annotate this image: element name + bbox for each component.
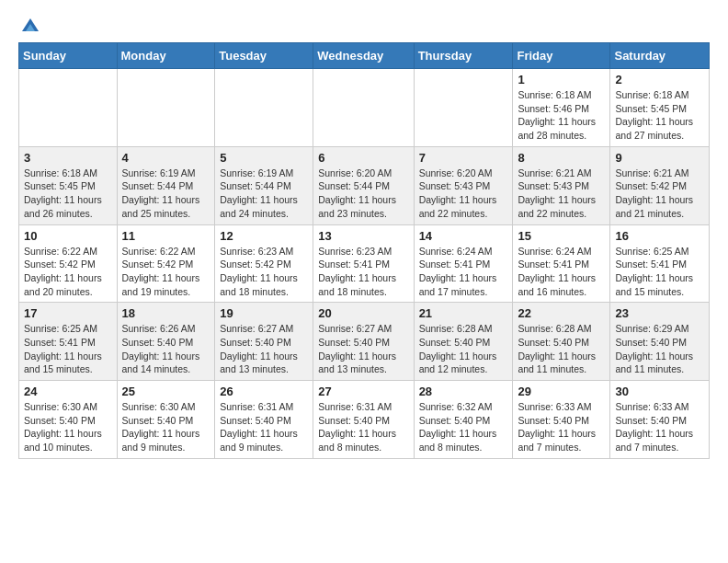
calendar-header-row: SundayMondayTuesdayWednesdayThursdayFrid… — [19, 43, 710, 69]
day-number: 25 — [122, 385, 210, 398]
day-number: 3 — [24, 151, 112, 165]
day-number: 22 — [518, 306, 605, 320]
day-info: Sunrise: 6:28 AMSunset: 5:40 PMDaylight:… — [518, 323, 596, 374]
calendar: SundayMondayTuesdayWednesdayThursdayFrid… — [18, 42, 710, 459]
day-number: 20 — [318, 306, 408, 320]
day-info: Sunrise: 6:28 AMSunset: 5:40 PMDaylight:… — [419, 323, 497, 374]
day-info: Sunrise: 6:21 AMSunset: 5:42 PMDaylight:… — [615, 167, 693, 219]
calendar-cell: 30Sunrise: 6:33 AMSunset: 5:40 PMDayligh… — [610, 381, 710, 459]
calendar-header-saturday: Saturday — [610, 43, 710, 69]
day-number: 19 — [220, 306, 308, 320]
day-number: 6 — [318, 151, 408, 165]
calendar-week-row: 1Sunrise: 6:18 AMSunset: 5:46 PMDaylight… — [19, 69, 710, 147]
day-info: Sunrise: 6:30 AMSunset: 5:40 PMDaylight:… — [24, 401, 102, 453]
calendar-header-sunday: Sunday — [19, 43, 118, 69]
calendar-cell: 13Sunrise: 6:23 AMSunset: 5:41 PMDayligh… — [313, 224, 414, 303]
day-number: 4 — [122, 151, 210, 165]
calendar-cell: 19Sunrise: 6:27 AMSunset: 5:40 PMDayligh… — [215, 303, 313, 381]
day-info: Sunrise: 6:32 AMSunset: 5:40 PMDaylight:… — [419, 401, 497, 453]
calendar-cell: 15Sunrise: 6:24 AMSunset: 5:41 PMDayligh… — [513, 224, 610, 303]
calendar-cell: 12Sunrise: 6:23 AMSunset: 5:42 PMDayligh… — [215, 224, 313, 303]
day-info: Sunrise: 6:25 AMSunset: 5:41 PMDaylight:… — [24, 323, 102, 374]
day-number: 27 — [318, 385, 408, 398]
day-number: 26 — [220, 385, 308, 398]
day-info: Sunrise: 6:21 AMSunset: 5:43 PMDaylight:… — [518, 167, 596, 219]
calendar-cell: 22Sunrise: 6:28 AMSunset: 5:40 PMDayligh… — [513, 303, 610, 381]
calendar-cell: 1Sunrise: 6:18 AMSunset: 5:46 PMDaylight… — [513, 69, 610, 147]
calendar-cell: 11Sunrise: 6:22 AMSunset: 5:42 PMDayligh… — [117, 224, 215, 303]
day-number: 29 — [518, 385, 605, 398]
day-number: 24 — [24, 385, 112, 398]
calendar-week-row: 3Sunrise: 6:18 AMSunset: 5:45 PMDaylight… — [19, 146, 710, 224]
calendar-cell — [19, 69, 118, 147]
calendar-header-tuesday: Tuesday — [215, 43, 313, 69]
calendar-cell: 9Sunrise: 6:21 AMSunset: 5:42 PMDaylight… — [610, 146, 710, 224]
day-info: Sunrise: 6:22 AMSunset: 5:42 PMDaylight:… — [24, 246, 102, 297]
logo — [18, 15, 40, 35]
day-number: 13 — [318, 229, 408, 243]
calendar-cell: 23Sunrise: 6:29 AMSunset: 5:40 PMDayligh… — [610, 303, 710, 381]
day-info: Sunrise: 6:24 AMSunset: 5:41 PMDaylight:… — [419, 246, 497, 297]
calendar-cell: 10Sunrise: 6:22 AMSunset: 5:42 PMDayligh… — [19, 224, 118, 303]
day-number: 23 — [615, 306, 704, 320]
day-number: 9 — [615, 151, 704, 165]
day-info: Sunrise: 6:27 AMSunset: 5:40 PMDaylight:… — [220, 323, 298, 374]
day-info: Sunrise: 6:18 AMSunset: 5:46 PMDaylight:… — [518, 89, 596, 141]
calendar-cell: 7Sunrise: 6:20 AMSunset: 5:43 PMDaylight… — [414, 146, 513, 224]
day-info: Sunrise: 6:33 AMSunset: 5:40 PMDaylight:… — [518, 401, 596, 453]
calendar-header-wednesday: Wednesday — [313, 43, 414, 69]
calendar-cell: 24Sunrise: 6:30 AMSunset: 5:40 PMDayligh… — [19, 381, 118, 459]
calendar-cell: 20Sunrise: 6:27 AMSunset: 5:40 PMDayligh… — [313, 303, 414, 381]
day-number: 28 — [419, 385, 508, 398]
day-info: Sunrise: 6:18 AMSunset: 5:45 PMDaylight:… — [24, 167, 102, 219]
day-info: Sunrise: 6:19 AMSunset: 5:44 PMDaylight:… — [220, 167, 298, 219]
calendar-cell — [414, 69, 513, 147]
calendar-week-row: 17Sunrise: 6:25 AMSunset: 5:41 PMDayligh… — [19, 303, 710, 381]
day-info: Sunrise: 6:24 AMSunset: 5:41 PMDaylight:… — [518, 246, 596, 297]
calendar-cell: 21Sunrise: 6:28 AMSunset: 5:40 PMDayligh… — [414, 303, 513, 381]
day-number: 15 — [518, 229, 605, 243]
calendar-cell: 6Sunrise: 6:20 AMSunset: 5:44 PMDaylight… — [313, 146, 414, 224]
day-number: 18 — [122, 306, 210, 320]
day-number: 10 — [24, 229, 112, 243]
day-info: Sunrise: 6:18 AMSunset: 5:45 PMDaylight:… — [615, 89, 693, 141]
calendar-cell: 2Sunrise: 6:18 AMSunset: 5:45 PMDaylight… — [610, 69, 710, 147]
day-info: Sunrise: 6:20 AMSunset: 5:44 PMDaylight:… — [318, 167, 396, 219]
calendar-header-monday: Monday — [117, 43, 215, 69]
logo-area — [18, 15, 40, 35]
day-info: Sunrise: 6:23 AMSunset: 5:41 PMDaylight:… — [318, 246, 396, 297]
calendar-cell: 18Sunrise: 6:26 AMSunset: 5:40 PMDayligh… — [117, 303, 215, 381]
logo-icon — [20, 15, 40, 35]
calendar-cell — [313, 69, 414, 147]
day-info: Sunrise: 6:33 AMSunset: 5:40 PMDaylight:… — [615, 401, 693, 453]
calendar-header-friday: Friday — [513, 43, 610, 69]
day-number: 21 — [419, 306, 508, 320]
calendar-cell: 5Sunrise: 6:19 AMSunset: 5:44 PMDaylight… — [215, 146, 313, 224]
day-info: Sunrise: 6:26 AMSunset: 5:40 PMDaylight:… — [122, 323, 200, 374]
calendar-cell: 29Sunrise: 6:33 AMSunset: 5:40 PMDayligh… — [513, 381, 610, 459]
calendar-week-row: 24Sunrise: 6:30 AMSunset: 5:40 PMDayligh… — [19, 381, 710, 459]
calendar-cell: 25Sunrise: 6:30 AMSunset: 5:40 PMDayligh… — [117, 381, 215, 459]
calendar-cell: 14Sunrise: 6:24 AMSunset: 5:41 PMDayligh… — [414, 224, 513, 303]
day-info: Sunrise: 6:30 AMSunset: 5:40 PMDaylight:… — [122, 401, 200, 453]
calendar-cell: 28Sunrise: 6:32 AMSunset: 5:40 PMDayligh… — [414, 381, 513, 459]
day-number: 11 — [122, 229, 210, 243]
calendar-week-row: 10Sunrise: 6:22 AMSunset: 5:42 PMDayligh… — [19, 224, 710, 303]
header — [18, 15, 710, 35]
day-number: 12 — [220, 229, 308, 243]
day-number: 16 — [615, 229, 704, 243]
calendar-cell: 26Sunrise: 6:31 AMSunset: 5:40 PMDayligh… — [215, 381, 313, 459]
day-info: Sunrise: 6:22 AMSunset: 5:42 PMDaylight:… — [122, 246, 200, 297]
calendar-cell: 16Sunrise: 6:25 AMSunset: 5:41 PMDayligh… — [610, 224, 710, 303]
calendar-header-thursday: Thursday — [414, 43, 513, 69]
day-number: 7 — [419, 151, 508, 165]
day-number: 30 — [615, 385, 704, 398]
day-info: Sunrise: 6:19 AMSunset: 5:44 PMDaylight:… — [122, 167, 200, 219]
day-number: 17 — [24, 306, 112, 320]
day-number: 8 — [518, 151, 605, 165]
calendar-cell: 17Sunrise: 6:25 AMSunset: 5:41 PMDayligh… — [19, 303, 118, 381]
day-number: 2 — [615, 73, 704, 86]
day-info: Sunrise: 6:23 AMSunset: 5:42 PMDaylight:… — [220, 246, 298, 297]
day-number: 14 — [419, 229, 508, 243]
calendar-cell — [117, 69, 215, 147]
